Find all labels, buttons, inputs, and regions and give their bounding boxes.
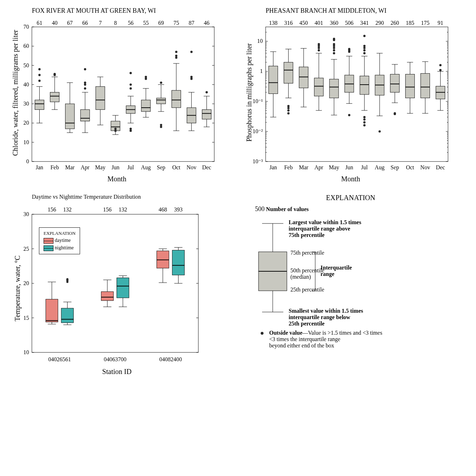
svg-text:Dec: Dec [436,164,445,170]
svg-text:69: 69 [158,20,164,26]
svg-text:360: 360 [330,20,338,26]
svg-text:66: 66 [82,20,88,26]
svg-point-305 [363,124,366,126]
svg-point-307 [363,118,366,120]
svg-text:60: 60 [23,43,29,49]
svg-rect-145 [202,109,211,119]
svg-rect-236 [269,66,278,94]
svg-point-280 [333,47,335,49]
svg-text:50th percentile(median): 50th percentile(median) [290,267,324,280]
plot-area: 10⁻³10⁻²10⁻¹110Jan138Feb316Mar450Apr401M… [241,16,453,172]
svg-point-308 [363,116,366,118]
y-axis-label: Temperature, water, °C [13,255,22,321]
svg-rect-51 [65,104,74,129]
svg-point-311 [363,47,366,49]
svg-rect-59 [80,109,90,121]
svg-rect-264 [314,78,323,96]
svg-text:Mar: Mar [65,164,75,170]
svg-text:8: 8 [114,20,117,26]
svg-text:Mar: Mar [299,164,308,170]
svg-point-306 [363,121,366,123]
svg-text:Aug: Aug [141,164,151,171]
svg-text:25th percentile: 25th percentile [290,287,324,293]
svg-rect-407 [117,278,129,298]
svg-text:Aug: Aug [375,164,385,171]
svg-text:04063700: 04063700 [104,356,126,362]
svg-text:46: 46 [204,20,210,26]
svg-text:10: 10 [257,38,263,44]
explanation-diagram: Largest value within 1.5 timesinterquart… [241,213,439,355]
svg-text:75th percentile: 75th percentile [290,250,324,256]
svg-rect-339 [406,74,415,98]
svg-text:0: 0 [26,158,29,164]
svg-point-248 [287,107,289,109]
svg-point-279 [333,49,335,51]
svg-point-95 [130,72,132,74]
svg-text:506: 506 [345,20,353,26]
svg-text:132: 132 [63,206,72,212]
svg-text:04082400: 04082400 [159,356,182,362]
x-axis-label: Month [7,175,227,183]
svg-point-322 [379,130,381,132]
svg-text:Feb: Feb [50,164,59,170]
svg-text:Feb: Feb [284,164,293,170]
svg-point-92 [130,128,132,130]
svg-text:450: 450 [299,20,308,26]
svg-rect-112 [157,98,166,104]
svg-point-431 [261,332,264,335]
svg-point-266 [318,49,320,51]
svg-text:Jul: Jul [128,164,134,170]
svg-text:156: 156 [103,206,112,212]
svg-text:Jun: Jun [345,164,353,170]
svg-text:10: 10 [23,349,29,355]
svg-point-147 [205,91,208,93]
svg-point-138 [190,51,192,53]
svg-text:30: 30 [23,211,29,217]
svg-rect-347 [421,73,430,98]
explanation-panel: EXPLANATION 500 Number of values Largest… [241,194,460,376]
y-axis-label: Phosphorus in milligraphs per liter [245,43,253,142]
sample-count: 500 [255,205,265,212]
plot-area: 1015202530040265611561320406370015613204… [7,202,205,365]
svg-rect-329 [390,74,400,92]
svg-point-63 [84,81,86,84]
svg-point-105 [145,76,147,78]
svg-text:Sep: Sep [391,164,399,171]
svg-rect-244 [284,62,293,83]
svg-point-94 [130,84,132,86]
chart-title: FOX RIVER AT MOUTH AT GREEN BAY, WI [32,7,227,15]
x-axis-label: Month [241,175,460,183]
svg-text:Jan: Jan [36,164,43,170]
legend: EXPLANATION daytime nighttime [39,227,80,254]
svg-rect-102 [141,100,151,112]
svg-point-296 [348,48,350,50]
svg-point-127 [175,51,177,53]
svg-point-332 [394,112,396,114]
svg-point-310 [363,49,366,51]
svg-text:393: 393 [174,206,183,212]
svg-text:30: 30 [23,101,29,107]
svg-text:1: 1 [260,68,263,74]
explanation-heading: EXPLANATION [241,194,460,202]
svg-rect-123 [172,90,181,108]
svg-text:Oct: Oct [172,164,181,170]
svg-text:04026561: 04026561 [48,356,71,362]
svg-rect-388 [61,308,73,323]
svg-text:91: 91 [438,20,443,26]
svg-point-61 [84,87,86,90]
svg-rect-400 [101,291,113,300]
svg-text:401: 401 [314,20,323,26]
svg-point-44 [53,74,56,76]
svg-point-278 [333,52,335,54]
svg-text:Nov: Nov [187,164,197,170]
svg-text:May: May [329,164,339,171]
count-label: Number of values [266,206,309,212]
svg-point-33 [38,74,40,76]
svg-text:20: 20 [23,120,29,126]
svg-text:Jun: Jun [112,164,119,170]
svg-text:Apr: Apr [314,164,324,171]
svg-rect-276 [329,79,339,98]
svg-text:May: May [95,164,105,171]
svg-text:316: 316 [284,20,293,26]
svg-text:290: 290 [375,20,384,26]
